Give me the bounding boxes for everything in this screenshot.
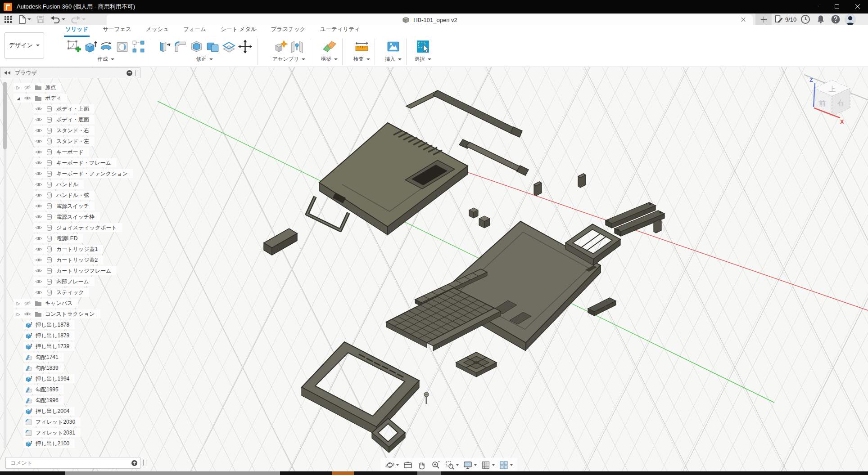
modify-menu[interactable]: 修正 [196, 56, 213, 63]
tab-close-icon[interactable] [740, 17, 746, 23]
browser-item[interactable]: ボディ・底面 [33, 115, 95, 124]
browser-item[interactable]: 勾配1995 [23, 385, 64, 394]
fillet-button[interactable] [172, 38, 188, 54]
visibility-eye-icon[interactable] [35, 193, 43, 198]
move-button[interactable] [237, 38, 253, 54]
browser-item[interactable]: キーボード・ファンクション [33, 169, 133, 178]
visibility-eye-icon[interactable] [35, 203, 43, 209]
notifications-button[interactable] [816, 14, 826, 24]
inspect-menu[interactable]: 検査 [353, 56, 370, 63]
extrude-button[interactable] [81, 38, 98, 54]
offset-face-button[interactable] [221, 38, 237, 54]
display-settings-button[interactable] [463, 460, 477, 470]
collapse-browser-icon[interactable] [4, 71, 11, 75]
browser-resize-grip[interactable] [135, 70, 138, 76]
expand-arrow-icon[interactable] [15, 312, 21, 317]
browser-item[interactable]: キーボード・フレーム [33, 158, 117, 167]
visibility-eye-icon[interactable] [35, 149, 43, 155]
construct-button[interactable] [321, 38, 337, 54]
workspace-selector[interactable]: デザイン [5, 32, 44, 58]
grid-settings-button[interactable] [481, 460, 495, 470]
expand-arrow-icon[interactable] [15, 96, 21, 101]
browser-item[interactable]: 押し出し2004 [23, 407, 75, 416]
ribbon-tab[interactable]: ユーティリティ [319, 23, 362, 37]
visibility-eye-icon[interactable] [35, 246, 43, 252]
visibility-eye-icon[interactable] [35, 236, 43, 242]
create-sketch-button[interactable] [65, 38, 81, 54]
browser-item[interactable]: フィレット2031 [23, 428, 81, 437]
browser-item[interactable]: 電源スイッチ [33, 202, 95, 211]
browser-item[interactable]: ボディ・上面 [33, 104, 95, 113]
visibility-eye-icon[interactable] [24, 300, 32, 306]
browser-item[interactable]: カートリッジ蓋2 [33, 255, 103, 264]
browser-item[interactable]: 電源スイッチ枠 [33, 212, 100, 221]
visibility-eye-icon[interactable] [35, 171, 43, 177]
browser-item[interactable]: 電源LED [33, 234, 83, 243]
browser-item[interactable]: コンストラクション [14, 309, 100, 318]
browser-item[interactable]: キーボード [33, 148, 89, 157]
fit-button[interactable] [445, 460, 459, 470]
ribbon-tab[interactable]: ソリッド [64, 23, 90, 37]
browser-item[interactable]: 押し出し1879 [23, 331, 75, 340]
measure-button[interactable] [353, 38, 370, 54]
orbit-button[interactable] [385, 460, 399, 470]
comment-input[interactable] [6, 460, 131, 466]
expand-arrow-icon[interactable] [15, 85, 21, 90]
new-tab-button[interactable] [755, 13, 772, 25]
browser-item[interactable]: 勾配1741 [23, 353, 64, 362]
browser-item[interactable]: 勾配1839 [23, 363, 64, 372]
ribbon-tab[interactable]: メッシュ [145, 23, 170, 37]
browser-item[interactable]: 原点 [14, 83, 61, 92]
visibility-eye-icon[interactable] [24, 95, 32, 101]
add-comment-icon[interactable] [131, 460, 137, 466]
browser-item[interactable]: ジョイスティックポート [33, 223, 122, 232]
insert-menu[interactable]: 挿入 [385, 56, 402, 63]
comment-resize-grip[interactable] [143, 460, 146, 466]
file-menu-button[interactable] [17, 14, 32, 25]
visibility-eye-icon[interactable] [35, 279, 43, 285]
construct-menu[interactable]: 構築 [321, 56, 338, 63]
visibility-eye-icon[interactable] [35, 257, 43, 263]
browser-item[interactable]: 勾配1996 [23, 396, 64, 405]
browser-item[interactable]: カートリッジ蓋1 [33, 245, 103, 254]
new-component-button[interactable] [272, 38, 289, 54]
browser-minimize-icon[interactable] [127, 70, 132, 76]
look-at-button[interactable] [403, 460, 413, 470]
revolve-button[interactable] [98, 38, 114, 54]
combine-button[interactable] [204, 38, 221, 54]
activity-clock-button[interactable] [800, 14, 810, 24]
visibility-eye-icon[interactable] [35, 225, 43, 231]
visibility-eye-icon[interactable] [35, 214, 43, 220]
ribbon-tab[interactable]: サーフェス [101, 23, 133, 37]
browser-item[interactable]: ハンドル [33, 180, 84, 189]
browser-item[interactable]: スティック [33, 288, 89, 297]
help-button[interactable] [831, 14, 841, 24]
minimize-button[interactable] [806, 0, 827, 13]
browser-item[interactable]: キャンバス [14, 299, 78, 308]
select-button[interactable] [415, 38, 431, 54]
visibility-eye-icon[interactable] [35, 139, 43, 144]
ribbon-tab[interactable]: フォーム [182, 23, 208, 37]
browser-item[interactable]: カートリッジフレーム [33, 266, 117, 275]
app-grid-button[interactable] [3, 14, 14, 24]
save-button[interactable] [35, 14, 46, 24]
browser-item[interactable]: スタンド・右 [33, 126, 95, 135]
expand-arrow-icon[interactable] [15, 301, 21, 306]
browser-item[interactable]: フィレット2030 [23, 417, 81, 426]
browser-scrollbar-thumb[interactable] [3, 82, 7, 149]
insert-button[interactable] [385, 38, 401, 54]
browser-item[interactable]: 押し出し2100 [23, 439, 75, 448]
browser-item[interactable]: ボディ [14, 94, 67, 103]
visibility-eye-icon[interactable] [24, 311, 32, 317]
close-button[interactable] [847, 0, 868, 13]
zoom-button[interactable] [431, 460, 441, 470]
visibility-eye-icon[interactable] [35, 128, 43, 134]
browser-item[interactable]: ハンドル・弦 [33, 191, 95, 200]
visibility-eye-icon[interactable] [35, 290, 43, 296]
press-pull-button[interactable] [156, 38, 172, 54]
browser-item[interactable]: 押し出し1878 [23, 320, 75, 329]
joint-button[interactable] [289, 38, 305, 54]
visibility-eye-icon[interactable] [35, 182, 43, 188]
assemble-menu[interactable]: アセンブリ [272, 56, 305, 63]
browser-item[interactable]: 押し出し1739 [23, 342, 75, 351]
